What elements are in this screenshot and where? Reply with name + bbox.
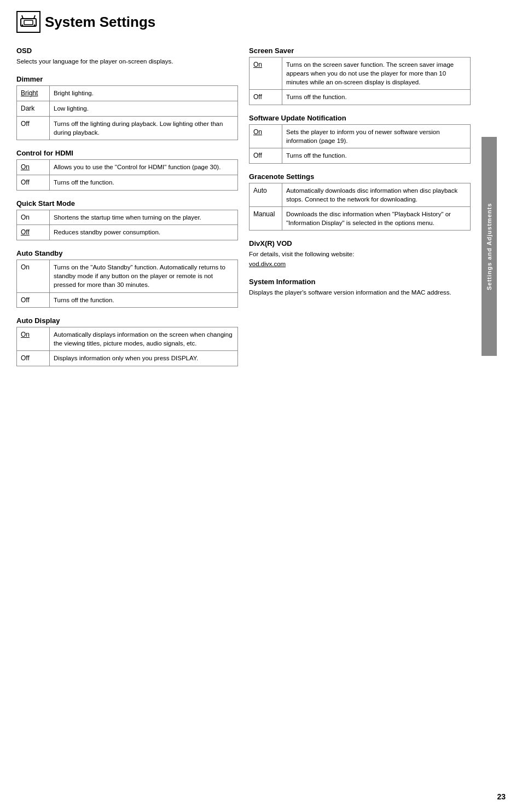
dimmer-bright-underline: Bright bbox=[21, 89, 38, 97]
table-row: On Allows you to use the "Control for HD… bbox=[17, 160, 238, 175]
software-on-desc: Sets the player to inform you of newer s… bbox=[282, 125, 471, 148]
display-on-desc: Automatically displays information on th… bbox=[50, 327, 238, 351]
auto-standby-title: Auto Standby bbox=[16, 249, 238, 257]
gracenote-auto-desc: Automatically downloads disc information… bbox=[282, 183, 471, 207]
table-row: Auto Automatically downloads disc inform… bbox=[250, 183, 471, 207]
dimmer-bright-desc: Bright lighting. bbox=[50, 86, 238, 101]
left-column: OSD Selects your language for the player… bbox=[16, 47, 238, 375]
table-row: Dark Low lighting. bbox=[17, 101, 238, 117]
display-on-label: On bbox=[17, 327, 50, 351]
table-row: Off Displays information only when you p… bbox=[17, 351, 238, 366]
table-row: On Turns on the screen saver function. T… bbox=[250, 57, 471, 90]
hdmi-off-desc: Turns off the function. bbox=[50, 175, 238, 190]
display-off-label: Off bbox=[17, 351, 50, 366]
divx-section: DivX(R) VOD For details, visit the follo… bbox=[249, 239, 471, 269]
hdmi-table: On Allows you to use the "Control for HD… bbox=[16, 159, 238, 191]
gracenote-manual-desc: Downloads the disc information when "Pla… bbox=[282, 207, 471, 231]
table-row: Off Turns off the function. bbox=[17, 292, 238, 308]
table-row: On Turns on the "Auto Standby" function.… bbox=[17, 260, 238, 292]
standby-on-label: On bbox=[17, 260, 50, 292]
hdmi-on-label: On bbox=[17, 160, 50, 175]
table-row: Bright Bright lighting. bbox=[17, 86, 238, 101]
standby-off-desc: Turns off the function. bbox=[50, 292, 238, 308]
table-row: Manual Downloads the disc information wh… bbox=[250, 207, 471, 231]
dimmer-table: Bright Bright lighting. Dark Low lightin… bbox=[16, 85, 238, 140]
dimmer-dark-label: Dark bbox=[17, 101, 50, 117]
quick-off-desc: Reduces standby power consumption. bbox=[50, 225, 238, 240]
quick-off-underline: Off bbox=[21, 228, 30, 236]
table-row: On Sets the player to inform you of newe… bbox=[250, 125, 471, 148]
software-on-underline: On bbox=[253, 128, 262, 136]
screensaver-on-label: On bbox=[250, 57, 282, 90]
software-on-label: On bbox=[250, 125, 282, 148]
divx-desc-text: For details, visit the following website… bbox=[249, 251, 354, 257]
quick-start-table: On Shortens the startup time when turnin… bbox=[16, 210, 238, 241]
screen-saver-title: Screen Saver bbox=[249, 47, 471, 55]
table-row: Off Turns off the function. bbox=[250, 148, 471, 164]
page-title-section: System Settings bbox=[16, 11, 471, 36]
software-update-table: On Sets the player to inform you of newe… bbox=[249, 124, 471, 164]
software-update-section: Software Update Notification On Sets the… bbox=[249, 114, 471, 164]
osd-section: OSD Selects your language for the player… bbox=[16, 47, 238, 66]
svg-point-5 bbox=[34, 25, 36, 26]
gracenote-auto-label: Auto bbox=[250, 183, 282, 207]
hdmi-off-label: Off bbox=[17, 175, 50, 190]
quick-start-title: Quick Start Mode bbox=[16, 199, 238, 208]
display-on-underline: On bbox=[21, 331, 30, 338]
gracenote-table: Auto Automatically downloads disc inform… bbox=[249, 183, 471, 231]
table-row: On Shortens the startup time when turnin… bbox=[17, 210, 238, 225]
screensaver-off-desc: Turns off the function. bbox=[282, 90, 471, 105]
auto-display-title: Auto Display bbox=[16, 316, 238, 325]
divx-description: For details, visit the following website… bbox=[249, 250, 471, 269]
screen-saver-section: Screen Saver On Turns on the screen save… bbox=[249, 47, 471, 105]
system-info-section: System Information Displays the player's… bbox=[249, 278, 471, 297]
two-column-layout: OSD Selects your language for the player… bbox=[16, 47, 471, 375]
osd-title: OSD bbox=[16, 47, 238, 55]
quick-start-section: Quick Start Mode On Shortens the startup… bbox=[16, 199, 238, 241]
auto-display-section: Auto Display On Automatically displays i… bbox=[16, 316, 238, 366]
auto-standby-section: Auto Standby On Turns on the "Auto Stand… bbox=[16, 249, 238, 308]
svg-rect-3 bbox=[24, 20, 33, 25]
screen-saver-table: On Turns on the screen saver function. T… bbox=[249, 57, 471, 105]
side-tab-label: Settings and Adjustments bbox=[486, 203, 492, 290]
gracenote-manual-label: Manual bbox=[250, 207, 282, 231]
hdmi-section: Control for HDMI On Allows you to use th… bbox=[16, 149, 238, 191]
software-off-label: Off bbox=[250, 148, 282, 164]
table-row: On Automatically displays information on… bbox=[17, 327, 238, 351]
dimmer-off-desc: Turns off the lighting during playback. … bbox=[50, 116, 238, 140]
software-off-desc: Turns off the function. bbox=[282, 148, 471, 164]
dimmer-dark-desc: Low lighting. bbox=[50, 101, 238, 117]
quick-on-desc: Shortens the startup time when turning o… bbox=[50, 210, 238, 225]
svg-point-4 bbox=[22, 25, 24, 26]
display-off-desc: Displays information only when you press… bbox=[50, 351, 238, 366]
system-info-description: Displays the player's software version i… bbox=[249, 288, 471, 297]
dimmer-title: Dimmer bbox=[16, 75, 238, 83]
main-content: System Settings OSD Selects your languag… bbox=[0, 0, 482, 812]
side-tab: Settings and Adjustments bbox=[482, 137, 497, 356]
standby-on-desc: Turns on the "Auto Standby" function. Au… bbox=[50, 260, 238, 292]
page-title: System Settings bbox=[45, 14, 155, 31]
page-container: System Settings OSD Selects your languag… bbox=[0, 0, 522, 812]
quick-on-label: On bbox=[17, 210, 50, 225]
screensaver-off-label: Off bbox=[250, 90, 282, 105]
screensaver-on-desc: Turns on the screen saver function. The … bbox=[282, 57, 471, 90]
hdmi-on-desc: Allows you to use the "Control for HDMI"… bbox=[50, 160, 238, 175]
divx-link[interactable]: vod.divx.com bbox=[249, 261, 286, 267]
hdmi-title: Control for HDMI bbox=[16, 149, 238, 157]
software-update-title: Software Update Notification bbox=[249, 114, 471, 122]
gracenote-section: Gracenote Settings Auto Automatically do… bbox=[249, 172, 471, 231]
table-row: Off Turns off the function. bbox=[17, 175, 238, 190]
settings-icon bbox=[20, 14, 37, 30]
auto-display-table: On Automatically displays information on… bbox=[16, 327, 238, 366]
table-row: Off Reduces standby power consumption. bbox=[17, 225, 238, 240]
dimmer-off-label: Off bbox=[17, 116, 50, 140]
divx-title: DivX(R) VOD bbox=[249, 239, 471, 247]
system-info-title: System Information bbox=[249, 278, 471, 286]
quick-off-label: Off bbox=[17, 225, 50, 240]
auto-standby-table: On Turns on the "Auto Standby" function.… bbox=[16, 260, 238, 308]
dimmer-section: Dimmer Bright Bright lighting. Dark Low … bbox=[16, 75, 238, 140]
title-icon-box bbox=[16, 11, 40, 33]
gracenote-title: Gracenote Settings bbox=[249, 172, 471, 181]
right-column: Screen Saver On Turns on the screen save… bbox=[249, 47, 471, 375]
osd-description: Selects your language for the player on-… bbox=[16, 57, 238, 66]
